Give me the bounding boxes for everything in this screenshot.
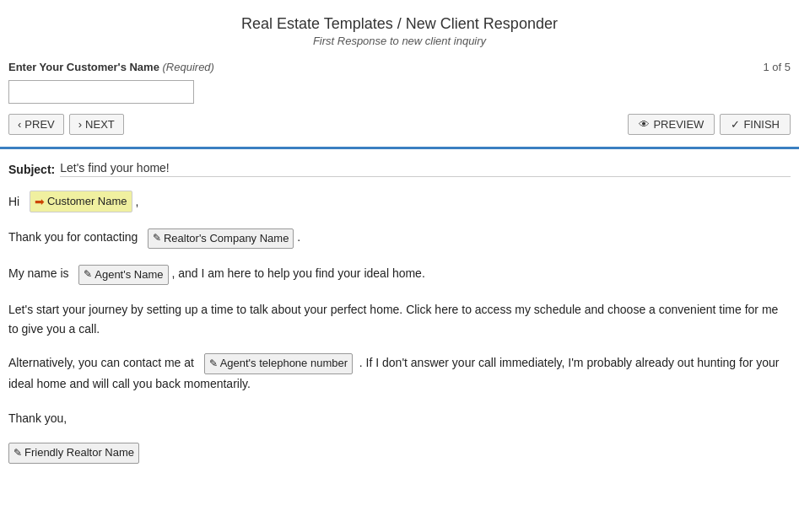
subject-text: Let's find your home!	[60, 161, 791, 177]
subject-row: Subject: Let's find your home!	[8, 161, 791, 177]
subject-label: Subject:	[8, 163, 55, 176]
paragraph-signature: ✎ Friendly Realtor Name	[8, 443, 791, 464]
next-label: NEXT	[85, 118, 115, 131]
phone-merge-field[interactable]: ✎ Agent's telephone number	[204, 353, 353, 374]
preview-eye-icon: 👁	[639, 118, 650, 131]
paragraph-myname: My name is ✎ Agent's Name , and I am her…	[8, 264, 791, 285]
step-label: Enter Your Customer's Name (Required)	[8, 61, 214, 73]
preview-button[interactable]: 👁 PREVIEW	[628, 114, 715, 135]
finish-button[interactable]: ✓ FINISH	[720, 114, 791, 135]
customer-name-field-label: Customer Name	[47, 193, 127, 211]
action-buttons: 👁 PREVIEW ✓ FINISH	[628, 114, 791, 135]
paragraph-thanks: Thank you for contacting ✎ Realtor's Com…	[8, 228, 791, 249]
signoff-text: Thank you,	[8, 411, 67, 425]
page-subtitle: First Response to new client inquiry	[0, 35, 799, 47]
thanks-before: Thank you for contacting	[8, 230, 138, 244]
contact-before: Alternatively, you can contact me at	[8, 356, 194, 369]
prev-button[interactable]: ‹ PREV	[8, 114, 64, 135]
pencil-icon-agent: ✎	[84, 266, 92, 282]
customer-name-input[interactable]	[8, 80, 194, 104]
next-button[interactable]: › NEXT	[69, 114, 124, 135]
customer-name-merge-field[interactable]: ➡ Customer Name	[30, 191, 132, 212]
pencil-icon-phone: ✎	[209, 356, 218, 372]
greeting-hi: Hi	[8, 195, 19, 208]
journey-text: Let's start your journey by setting up a…	[8, 303, 778, 335]
paragraph-contact: Alternatively, you can contact me at ✎ A…	[8, 353, 791, 393]
agent-name-field-label: Agent's Name	[94, 266, 163, 284]
pencil-icon-company: ✎	[153, 230, 161, 246]
email-body: Subject: Let's find your home! Hi ➡ Cust…	[0, 149, 799, 481]
agent-name-merge-field[interactable]: ✎ Agent's Name	[78, 265, 168, 286]
preview-label: PREVIEW	[653, 118, 704, 131]
myname-before: My name is	[8, 266, 69, 280]
step-count: 1 of 5	[763, 61, 791, 73]
finish-label: FINISH	[743, 118, 780, 131]
finish-check-icon: ✓	[731, 118, 740, 131]
realtor-name-field-label: Friendly Realtor Name	[24, 444, 134, 462]
paragraph-greeting: Hi ➡ Customer Name ,	[8, 191, 791, 212]
phone-field-label: Agent's telephone number	[220, 355, 348, 373]
prev-chevron-icon: ‹	[18, 118, 21, 131]
arrow-icon: ➡	[35, 192, 45, 211]
nav-row: ‹ PREV › NEXT 👁 PREVIEW ✓ FINISH	[0, 110, 799, 143]
prev-label: PREV	[24, 118, 54, 131]
realtor-name-merge-field[interactable]: ✎ Friendly Realtor Name	[8, 443, 139, 464]
paragraph-signoff: Thank you,	[8, 409, 791, 427]
company-name-field-label: Realtor's Company Name	[164, 230, 289, 248]
company-name-merge-field[interactable]: ✎ Realtor's Company Name	[148, 228, 294, 250]
pencil-icon-realtor: ✎	[13, 445, 22, 461]
page-header: Real Estate Templates / New Client Respo…	[0, 0, 799, 52]
paragraph-journey: Let's start your journey by setting up a…	[8, 300, 791, 338]
input-row	[0, 78, 799, 110]
myname-after: , and I am here to help you find your id…	[171, 266, 424, 280]
greeting-comma: ,	[135, 195, 138, 208]
next-chevron-icon: ›	[78, 118, 82, 131]
thanks-after: .	[297, 230, 300, 244]
step-bar: Enter Your Customer's Name (Required) 1 …	[0, 52, 799, 78]
page-title: Real Estate Templates / New Client Respo…	[0, 15, 799, 33]
